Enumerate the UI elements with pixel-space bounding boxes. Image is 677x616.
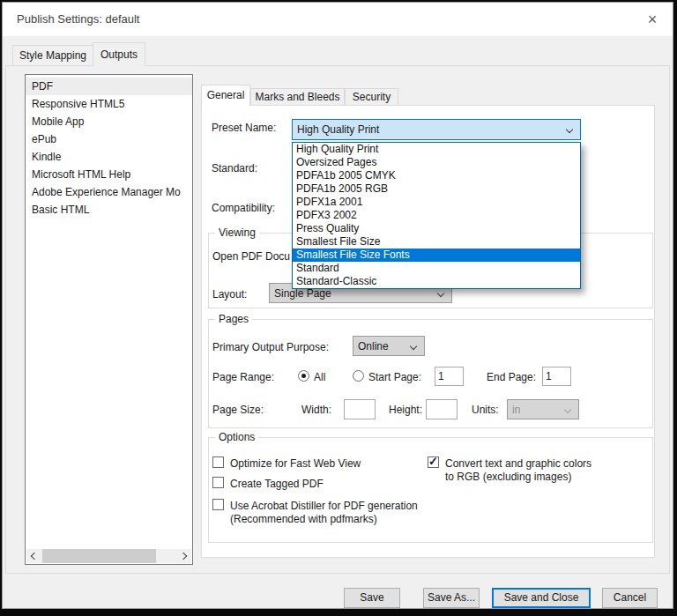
width-input[interactable] [344,399,376,419]
preset-name-combobox[interactable]: High Quality Print [292,119,581,140]
desktop-background: Publish Settings: default × Style Mappin… [0,0,677,616]
tab-marks-and-bleeds[interactable]: Marks and Bleeds [250,88,345,105]
preset-name-value: High Quality Print [297,123,379,136]
list-item-adobe-experience-manager[interactable]: Adobe Experience Manager Mo [26,183,192,201]
dropdown-option[interactable]: Smallest File Size [293,235,580,249]
width-label: Width: [301,404,331,416]
acrobat-distiller-label-line2: (Recommended with pdfmarks) [230,513,377,525]
primary-output-purpose-combobox[interactable]: Online [353,336,425,356]
pages-group-title: Pages [215,313,252,325]
list-item-basic-html[interactable]: Basic HTML [26,201,192,219]
height-input[interactable] [426,399,458,419]
pages-group: Pages Primary Output Purpose: Online Pag… [208,319,653,428]
tab-security[interactable]: Security [345,88,398,105]
options-group: Options Optimize for Fast Web View Creat… [208,437,653,543]
dropdown-option[interactable]: Standard-Classic [293,275,580,288]
all-radio-label[interactable]: All [314,371,325,383]
open-pdf-document-label: Open PDF Docu [212,250,290,263]
create-tagged-pdf-checkbox[interactable] [212,477,224,488]
preset-dropdown-list: High Quality Print Oversized Pages PDFA1… [292,142,581,289]
units-label: Units: [472,404,499,416]
chevron-down-icon [410,343,417,350]
list-item-mobile-app[interactable]: Mobile App [26,113,192,130]
output-format-list: PDF Responsive HTML5 Mobile App ePub Kin… [25,74,193,565]
create-tagged-pdf-label[interactable]: Create Tagged PDF [230,478,324,490]
compatibility-label: Compatibility: [212,202,275,214]
close-icon[interactable]: × [637,3,667,36]
dropdown-option[interactable]: Standard [293,262,580,275]
dropdown-option[interactable]: PDFX1a 2001 [293,196,580,209]
list-item-responsive-html5[interactable]: Responsive HTML5 [26,95,192,113]
end-page-label: End Page: [487,371,536,383]
primary-output-purpose-label: Primary Output Purpose: [212,341,329,353]
dropdown-option-highlighted[interactable]: Smallest File Size Fonts [293,249,580,262]
horizontal-scrollbar[interactable] [26,549,191,563]
all-radio[interactable] [298,370,309,382]
page-size-label: Page Size: [212,404,264,416]
chevron-down-icon [566,126,573,133]
scroll-left-icon[interactable] [26,549,41,563]
list-item-epub[interactable]: ePub [26,130,192,148]
standard-label: Standard: [212,162,257,174]
tab-general[interactable]: General [201,85,250,106]
height-label: Height: [389,404,422,416]
start-page-radio[interactable] [353,370,364,382]
chevron-down-icon [437,290,444,297]
save-and-close-button[interactable]: Save and Close [492,588,591,608]
convert-colors-label[interactable]: Convert text and graphic colors [445,457,591,470]
save-button[interactable]: Save [344,588,400,608]
convert-colors-label-line2: to RGB (excluding images) [445,471,571,483]
units-combobox: in [507,399,579,419]
list-item-microsoft-html-help[interactable]: Microsoft HTML Help [26,166,192,183]
scroll-right-icon[interactable] [176,549,191,563]
acrobat-distiller-label[interactable]: Use Acrobat Distiller for PDF generation [230,500,418,512]
dialog-title: Publish Settings: default [17,3,139,36]
page-range-label: Page Range: [212,371,274,383]
scrollbar-thumb[interactable] [42,549,156,563]
viewing-group-title: Viewing [215,226,259,239]
start-page-label[interactable]: Start Page: [368,371,421,383]
dropdown-option[interactable]: PDFX3 2002 [293,209,580,222]
dropdown-option[interactable]: High Quality Print [293,143,580,156]
options-group-title: Options [215,431,258,443]
tab-outputs[interactable]: Outputs [93,42,145,66]
cancel-button[interactable]: Cancel [602,588,658,608]
publish-settings-dialog: Publish Settings: default × Style Mappin… [2,2,673,609]
chevron-down-icon [564,406,571,413]
primary-output-purpose-value: Online [358,340,389,353]
title-bar: Publish Settings: default × [3,3,673,36]
units-value: in [512,404,520,416]
dropdown-option[interactable]: PDFA1b 2005 CMYK [293,169,580,182]
optimize-fast-web-view-checkbox[interactable] [212,456,224,468]
checkmark-icon: ✓ [428,455,438,468]
layout-label: Layout: [212,288,247,301]
convert-colors-checkbox[interactable]: ✓ [428,456,439,468]
optimize-fast-web-view-label[interactable]: Optimize for Fast Web View [230,457,361,470]
tab-style-mapping[interactable]: Style Mapping [12,45,93,65]
start-page-input[interactable] [435,367,464,386]
save-as-button[interactable]: Save As... [423,588,480,608]
list-item-kindle[interactable]: Kindle [26,148,192,166]
dropdown-option[interactable]: Press Quality [293,222,580,235]
list-item-pdf[interactable]: PDF [26,78,192,95]
end-page-input[interactable] [542,367,571,386]
preset-name-label: Preset Name: [212,122,276,134]
acrobat-distiller-checkbox[interactable] [212,499,224,510]
dropdown-option[interactable]: Oversized Pages [293,156,580,169]
dropdown-option[interactable]: PDFA1b 2005 RGB [293,182,580,196]
